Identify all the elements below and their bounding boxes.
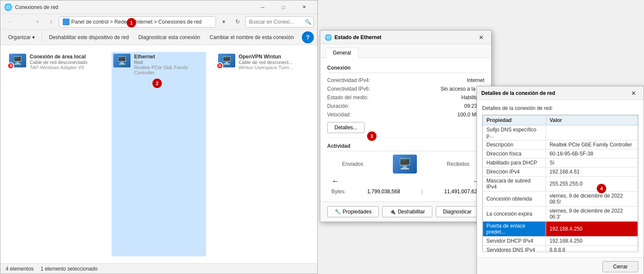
diagnosticar-button[interactable]: Diagnosticar esta conexión (134, 32, 204, 43)
detalles-table: Propiedad Valor Sufijo DNS específico p.… (483, 115, 638, 252)
tab-general[interactable]: General (325, 48, 358, 58)
cell-propiedad: Descripción (483, 140, 546, 149)
adapter-detail-vpn: Wintun Userspace Tunn... (239, 65, 309, 70)
estado-dialog: 🌐 Estado de Ethernet ✕ General Conexión … (320, 30, 492, 222)
ipv6-row: Conectividad IPv6: Sin acceso a la red (327, 86, 484, 92)
detalles-button[interactable]: Detalles... (327, 122, 365, 133)
item-count: 4 elementos (6, 266, 33, 272)
table-row[interactable]: Servidor DHCP IPv4192.168.4.250 (483, 237, 638, 246)
estado-footer: 🔧 Propiedades 🔌 Deshabilitar Diagnostica… (320, 201, 491, 222)
status-bar: 4 elementos 1 elemento seleccionado (0, 263, 317, 274)
deshabilitar-icon: 🔌 (389, 209, 396, 215)
forward-button[interactable]: → (18, 16, 30, 27)
close-button[interactable]: ✕ (294, 0, 314, 14)
up-button[interactable]: ↑ (45, 16, 57, 27)
cell-propiedad: Dirección física (483, 149, 546, 158)
cell-propiedad: Servidor DHCP IPv4 (483, 237, 546, 246)
detalles-label: Detalles de la conexión de red: (482, 105, 638, 111)
back-button[interactable]: ← (4, 16, 16, 27)
badge-3: 3 (367, 131, 377, 141)
minimize-button[interactable]: ─ (253, 0, 273, 14)
table-row[interactable]: Dirección IPv4192.168.4.61 (483, 167, 638, 177)
propiedades-button[interactable]: 🔧 Propiedades (327, 206, 379, 217)
cell-valor: 192.168.4.61 (546, 167, 638, 177)
adapter-detail-local: TAP-Windows Adapter V9 (30, 65, 100, 70)
table-row[interactable]: Servidores DNS IPv48.8.8.8 (483, 246, 638, 253)
detalles-close-icon[interactable]: ✕ (628, 88, 639, 98)
help-button[interactable]: ? (302, 31, 314, 43)
cell-valor: 255.255.255.0 (546, 177, 638, 192)
cell-propiedad: Servidores DNS IPv4 (483, 246, 546, 253)
estado-title-left: 🌐 Estado de Ethernet (325, 34, 381, 41)
duracion-label: Duración: (327, 103, 349, 109)
cell-valor: 60-18-95-6B-5F-38 (546, 149, 638, 158)
address-bar[interactable]: 🌐 Panel de control > Redes e Internet > … (59, 16, 216, 27)
organizar-button[interactable]: Organizar ▾ (4, 32, 39, 43)
cell-valor: viernes, 9 de diciembre de 2022 08:5! (546, 192, 638, 207)
enviados-label: Enviados (342, 161, 363, 167)
recent-button[interactable]: ▾ (31, 16, 43, 27)
detalles-cerrar-button[interactable]: Cerrar (602, 261, 638, 272)
table-row[interactable]: Puerta de enlace predet...192.168.4.250 (483, 222, 638, 237)
table-row[interactable]: Máscara de subred IPv4255.255.255.0 (483, 177, 638, 192)
table-row[interactable]: DescripciónRealtek PCIe GbE Family Contr… (483, 140, 638, 149)
detalles-footer: Cerrar (477, 257, 644, 274)
toolbar-separator (42, 33, 42, 42)
cell-valor: 192.168.4.250 (546, 222, 638, 237)
adapter-info-vpn: OpenVPN Wintun Cable de red desconect...… (239, 54, 309, 70)
ipv6-label: Conectividad IPv6: (327, 86, 370, 92)
search-icon: 🔍 (305, 19, 311, 25)
dropdown-button[interactable]: ▾ (218, 16, 230, 27)
table-row[interactable]: Concesión obtenidaviernes, 9 de diciembr… (483, 192, 638, 207)
cell-propiedad: Dirección IPv4 (483, 167, 546, 177)
table-row[interactable]: Sufijo DNS específico p... (483, 125, 638, 140)
refresh-button[interactable]: ↻ (231, 16, 243, 27)
cell-valor: viernes, 9 de diciembre de 2022 06:3' (546, 207, 638, 222)
ipv4-label: Conectividad IPv4: (327, 77, 370, 83)
table-row[interactable]: La concesión expiraviernes, 9 de diciemb… (483, 207, 638, 222)
detalles-title: Detalles de la conexión de red (481, 90, 555, 96)
adapter-item-local[interactable]: 🖥️ ✕ Conexión de área local Cable de red… (7, 52, 101, 256)
badge-1: 1 (127, 18, 136, 27)
adapter-item-vpn[interactable]: 🖥️ ✕ OpenVPN Wintun Cable de red descone… (216, 52, 310, 256)
ethernet-icon: 🌐 (325, 34, 332, 41)
cell-valor: 192.168.4.250 (546, 237, 638, 246)
adapter-type-vpn: Cable de red desconect... (239, 60, 309, 65)
adapter-detail-ethernet: Realtek PCIe GbE Family Controller (134, 65, 204, 75)
adapter-name-vpn: OpenVPN Wintun (239, 54, 309, 60)
duracion-row: Duración: 09:23:31 (327, 103, 484, 109)
adapter-icon-wrapper-ethernet: 🖥️ (113, 54, 131, 67)
estado-close-icon[interactable]: ✕ (476, 33, 487, 42)
cell-propiedad: Puerta de enlace predet... (483, 222, 546, 237)
content-area: 🖥️ ✕ Conexión de área local Cable de red… (0, 45, 317, 263)
velocidad-row: Velocidad: 100,0 Mbps (327, 112, 484, 118)
adapter-type-local: Cable de red desconectado (30, 60, 100, 65)
col-valor: Valor (546, 116, 638, 125)
table-row[interactable]: Habilitado para DHCPSí (483, 158, 638, 167)
explorer-title-bar: 🌐 Conexiones de red ─ □ ✕ (0, 0, 317, 14)
deshabilitar-dialog-button[interactable]: 🔌 Deshabilitar (382, 206, 432, 217)
medio-label: Estado del medio: (327, 94, 368, 100)
cambiar-button[interactable]: Cambiar el nombre de esta conexión (205, 32, 298, 43)
diagnosticar-dialog-button[interactable]: Diagnosticar (436, 206, 479, 217)
activity-section-title: Actividad (327, 143, 484, 151)
selected-count: 1 elemento seleccionado (40, 266, 97, 272)
table-row[interactable]: Dirección física60-18-95-6B-5F-38 (483, 149, 638, 158)
network-activity-icon: 🖥️ (393, 155, 417, 174)
maximize-button[interactable]: □ (273, 0, 293, 14)
detalles-body: Detalles de la conexión de red: Propieda… (477, 100, 644, 257)
search-input[interactable] (245, 16, 314, 27)
bytes-separator: | (422, 189, 423, 195)
cell-valor: 8.8.8.8 (546, 246, 638, 253)
adapter-icon-wrapper-vpn: 🖥️ ✕ (218, 54, 235, 67)
explorer-window: 🌐 Conexiones de red ─ □ ✕ ← → ▾ ↑ 🌐 Pane… (0, 0, 318, 274)
activity-section: Actividad Enviados 🖥️ Recibidos ← → Byte… (327, 143, 484, 195)
adapter-icon-wrapper-local: 🖥️ ✕ (9, 54, 26, 67)
bytes-row: Bytes: 1,799,038,568 | 11,491,007,622 (327, 189, 484, 195)
adapter-error-local: ✕ (7, 62, 14, 69)
deshabilitar-button[interactable]: Deshabilitar este dispositivo de red (45, 32, 133, 43)
estado-title: Estado de Ethernet (334, 34, 381, 40)
ipv4-value: Internet (467, 77, 484, 83)
estado-tab-bar: General (320, 44, 491, 58)
adapter-name-local: Conexión de área local (30, 54, 100, 60)
